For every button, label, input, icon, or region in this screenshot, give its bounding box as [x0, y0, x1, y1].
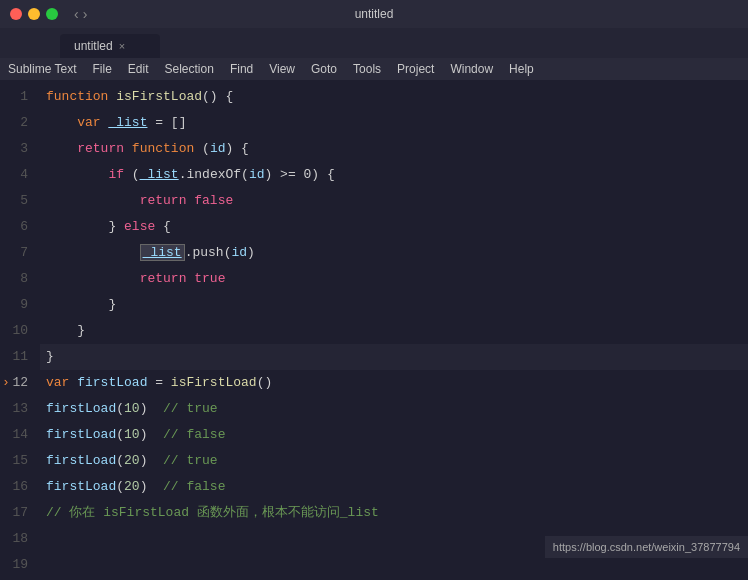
- code-line-16: firstLoad(10) // false: [40, 422, 748, 448]
- menu-goto[interactable]: Goto: [311, 62, 337, 76]
- line-numbers: 1 2 3 4 5 6 7 8 9 10 11 › 12 13 14 15 16…: [0, 84, 40, 580]
- line-num-18: 18: [0, 526, 36, 552]
- code-line-1: function isFirstLoad() {: [40, 84, 748, 110]
- code-line-15: firstLoad(10) // true: [40, 396, 748, 422]
- tabbar: untitled ×: [0, 28, 748, 58]
- line-num-10: 10: [0, 318, 36, 344]
- url-text: https://blog.csdn.net/weixin_37877794: [553, 541, 740, 553]
- url-bar: https://blog.csdn.net/weixin_37877794: [545, 536, 748, 558]
- code-line-8: _list.push(id): [40, 240, 748, 266]
- line-gutter: 1 2 3 4 5 6 7 8 9 10 11 › 12 13 14 15 16…: [0, 80, 40, 580]
- line-num-19: 19: [0, 552, 36, 578]
- menu-window[interactable]: Window: [450, 62, 493, 76]
- line-num-8: 8: [0, 266, 36, 292]
- code-area[interactable]: function isFirstLoad() { var _list = [] …: [40, 80, 748, 580]
- titlebar: ‹ › untitled: [0, 0, 748, 28]
- code-line-17: firstLoad(20) // true: [40, 448, 748, 474]
- maximize-button[interactable]: [46, 8, 58, 20]
- line-num-12: › 12: [0, 370, 36, 396]
- code-line-5: if (_list.indexOf(id) >= 0) {: [40, 162, 748, 188]
- forward-arrow-icon[interactable]: ›: [83, 6, 88, 22]
- line-num-17: 17: [0, 500, 36, 526]
- code-line-12: }: [40, 344, 748, 370]
- menu-help[interactable]: Help: [509, 62, 534, 76]
- menubar: Sublime Text File Edit Selection Find Vi…: [0, 58, 748, 80]
- code-line-7: } else {: [40, 214, 748, 240]
- code-line-18: firstLoad(20) // false: [40, 474, 748, 500]
- code-line-6: return false: [40, 188, 748, 214]
- code-line-14: var firstLoad = isFirstLoad(): [40, 370, 748, 396]
- back-arrow-icon[interactable]: ‹: [74, 6, 79, 22]
- line-num-16: 16: [0, 474, 36, 500]
- line-num-2: 2: [0, 110, 36, 136]
- menu-edit[interactable]: Edit: [128, 62, 149, 76]
- close-button[interactable]: [10, 8, 22, 20]
- code-line-11: }: [40, 318, 748, 344]
- tab-close-button[interactable]: ×: [119, 40, 125, 52]
- tab-label: untitled: [74, 39, 113, 53]
- line-num-11: 11: [0, 344, 36, 370]
- line-num-15: 15: [0, 448, 36, 474]
- bracket-indicator: ›: [2, 370, 10, 396]
- menu-sublime-text[interactable]: Sublime Text: [8, 62, 76, 76]
- menu-view[interactable]: View: [269, 62, 295, 76]
- line-num-14: 14: [0, 422, 36, 448]
- menu-tools[interactable]: Tools: [353, 62, 381, 76]
- line-num-3: 3: [0, 136, 36, 162]
- tab-untitled[interactable]: untitled ×: [60, 34, 160, 58]
- code-line-4: return function (id) {: [40, 136, 748, 162]
- window-title: untitled: [355, 7, 394, 21]
- line-num-9: 9: [0, 292, 36, 318]
- line-num-7: 7: [0, 240, 36, 266]
- menu-project[interactable]: Project: [397, 62, 434, 76]
- nav-arrows: ‹ ›: [74, 6, 87, 22]
- line-num-13: 13: [0, 396, 36, 422]
- line-num-4: 4: [0, 162, 36, 188]
- code-line-2: var _list = []: [40, 110, 748, 136]
- code-line-9: return true: [40, 266, 748, 292]
- menu-selection[interactable]: Selection: [165, 62, 214, 76]
- minimize-button[interactable]: [28, 8, 40, 20]
- menu-find[interactable]: Find: [230, 62, 253, 76]
- menu-file[interactable]: File: [92, 62, 111, 76]
- editor[interactable]: 1 2 3 4 5 6 7 8 9 10 11 › 12 13 14 15 16…: [0, 80, 748, 580]
- traffic-lights: [10, 8, 58, 20]
- line-num-1: 1: [0, 84, 36, 110]
- code-line-20: // 你在 isFirstLoad 函数外面，根本不能访问_list: [40, 500, 748, 526]
- line-num-5: 5: [0, 188, 36, 214]
- line-num-6: 6: [0, 214, 36, 240]
- code-line-10: }: [40, 292, 748, 318]
